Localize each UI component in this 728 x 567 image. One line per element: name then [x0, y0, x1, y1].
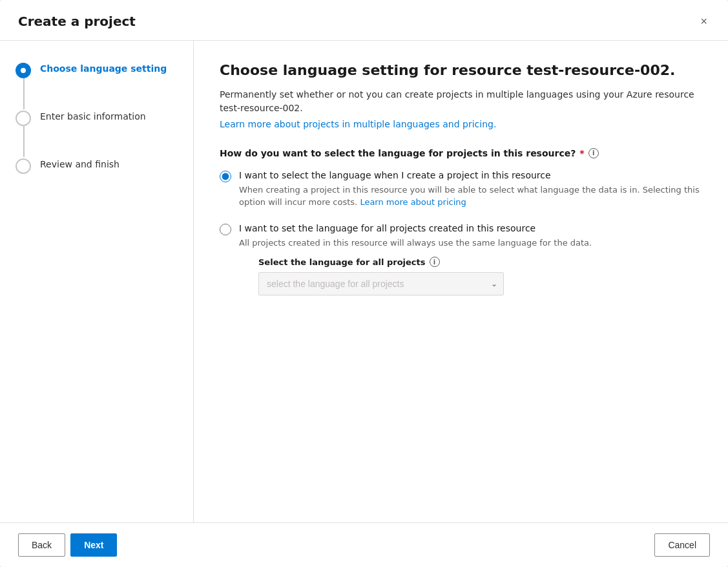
- radio-option-2: I want to set the language for all proje…: [220, 222, 702, 296]
- back-button[interactable]: Back: [18, 533, 65, 557]
- select-label: Select the language for all projects i: [258, 257, 592, 267]
- language-selector-section: Select the language for all projects i s…: [239, 257, 592, 295]
- dialog-title: Create a project: [18, 14, 136, 29]
- radio-label-1[interactable]: I want to select the language when I cre…: [239, 170, 551, 180]
- question-text: How do you want to select the language f…: [220, 148, 576, 158]
- radio-input-2[interactable]: [220, 224, 231, 235]
- step-label-2: Enter basic information: [40, 109, 146, 122]
- learn-more-link[interactable]: Learn more about projects in multiple la…: [220, 119, 496, 129]
- radio-input-1[interactable]: [220, 171, 231, 182]
- main-content: Choose language setting for resource tes…: [194, 41, 728, 522]
- dialog-header: Create a project ×: [0, 0, 728, 41]
- step-label-3: Review and finish: [40, 157, 120, 169]
- step-item-enter-basic: Enter basic information: [16, 109, 178, 126]
- step-item-review-finish: Review and finish: [16, 157, 178, 174]
- radio-option-1: I want to select the language when I cre…: [220, 169, 702, 209]
- section-title: Choose language setting for resource tes…: [220, 61, 702, 80]
- language-select-wrapper: select the language for all projects ⌄: [258, 272, 504, 295]
- step-connector-2: [23, 126, 25, 157]
- dialog-footer: Back Next Cancel: [0, 522, 728, 567]
- dialog-body: Choose language setting Enter basic info…: [0, 41, 728, 522]
- select-info-icon[interactable]: i: [430, 257, 440, 267]
- create-project-dialog: Create a project × Choose language setti…: [0, 0, 728, 567]
- question-label: How do you want to select the language f…: [220, 148, 702, 158]
- step-circle-2: [16, 111, 31, 126]
- sidebar: Choose language setting Enter basic info…: [0, 41, 194, 522]
- radio-desc-2: All projects created in this resource wi…: [239, 237, 592, 250]
- radio-content-2: I want to set the language for all proje…: [239, 222, 592, 296]
- cancel-button[interactable]: Cancel: [654, 533, 710, 557]
- radio-label-2[interactable]: I want to set the language for all proje…: [239, 223, 536, 233]
- required-indicator: *: [579, 148, 584, 158]
- step-item-choose-language: Choose language setting: [16, 61, 178, 78]
- select-label-text: Select the language for all projects: [258, 257, 426, 267]
- close-button[interactable]: ×: [698, 13, 710, 30]
- radio-desc-1-text: When creating a project in this resource…: [239, 185, 700, 208]
- step-circle-3: [16, 158, 31, 174]
- question-info-icon[interactable]: i: [588, 148, 599, 158]
- step-label-1: Choose language setting: [40, 61, 167, 74]
- section-desc: Permanently set whether or not you can c…: [220, 88, 702, 115]
- step-circle-1: [16, 63, 31, 78]
- radio-content-1: I want to select the language when I cre…: [239, 169, 702, 209]
- pricing-link[interactable]: Learn more about pricing: [360, 197, 466, 207]
- language-select[interactable]: select the language for all projects: [258, 272, 504, 295]
- step-connector-1: [23, 78, 25, 109]
- radio-desc-1: When creating a project in this resource…: [239, 184, 702, 209]
- next-button[interactable]: Next: [70, 533, 117, 557]
